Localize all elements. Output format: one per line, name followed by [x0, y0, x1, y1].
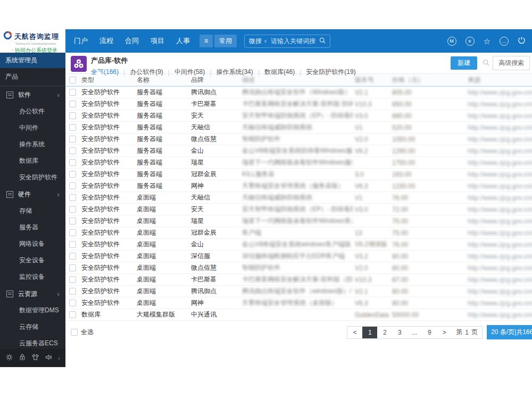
nav-item-2[interactable]: 流程	[99, 36, 113, 46]
row-checkbox[interactable]	[69, 101, 76, 107]
row-checkbox[interactable]	[69, 124, 76, 131]
sidebar-item[interactable]: 监控设备	[0, 269, 65, 285]
tab-2[interactable]: 办公软件(9)	[130, 68, 163, 77]
nav-item-4[interactable]: 项目	[151, 36, 164, 46]
table-row[interactable]: 安全防护软件桌面端天融信天融信终端威胁防御系统V176.00http://www…	[65, 192, 532, 204]
row-checkbox[interactable]	[69, 89, 76, 96]
search-scope-select[interactable]: 微搜 ∨	[249, 37, 267, 46]
table-row[interactable]: 安全防护软件桌面端网神天擎终端安全管理系统（桌面版）V6.380.00http:…	[65, 297, 532, 309]
star-icon[interactable]: ☆	[484, 37, 491, 45]
table-row[interactable]: 安全防护软件服务器端安天安天智甲终端防御系统（EP）- 防病毒版V3.0880.…	[65, 110, 532, 122]
sidebar-item[interactable]: 办公软件	[0, 103, 65, 120]
row-checkbox[interactable]	[69, 147, 76, 154]
sidebar-item[interactable]: 服务器	[0, 219, 65, 236]
header-checkbox[interactable]	[69, 77, 76, 84]
table-search-icon[interactable]	[483, 59, 489, 68]
table-row[interactable]: 数据库大规模集群版中兴通讯GoldenData s...50000.00http…	[65, 309, 532, 321]
current-page-input[interactable]: 1	[465, 329, 469, 336]
message-circle-icon[interactable]: e	[466, 37, 475, 46]
power-icon[interactable]	[518, 36, 526, 46]
next-page-button[interactable]: >	[437, 327, 452, 338]
row-checkbox[interactable]	[69, 229, 76, 236]
row-checkbox[interactable]	[69, 194, 76, 201]
collapse-chevron-icon[interactable]: ‹	[58, 355, 60, 361]
page-button-...[interactable]: ...	[407, 327, 422, 338]
sidebar-group-1[interactable]: 软件∨	[0, 86, 65, 103]
row-checkbox[interactable]	[69, 311, 76, 318]
sidebar-group-3[interactable]: 云资源∨	[0, 285, 65, 302]
sidebar-item-product[interactable]: 产品	[0, 68, 65, 86]
cell-price: 75.00	[390, 218, 466, 225]
settings-icon[interactable]	[5, 353, 13, 363]
row-checkbox[interactable]	[69, 288, 76, 295]
more-circle-icon[interactable]: …	[500, 37, 509, 46]
cell-price: 1230.00	[390, 182, 466, 190]
row-checkbox[interactable]	[69, 300, 76, 306]
tab-changyong[interactable]: 常用	[214, 35, 237, 47]
row-checkbox[interactable]	[69, 241, 76, 248]
row-checkbox[interactable]	[69, 171, 76, 178]
nav-item-3[interactable]: 合同	[125, 36, 139, 46]
table-row[interactable]: 安全防护软件桌面端卡巴斯基卡巴斯基网络安全解决方案-双料版（防病...V10.3…	[65, 274, 532, 286]
search-icon[interactable]	[319, 37, 326, 45]
nav-item-5[interactable]: 人事	[176, 36, 190, 46]
sidebar-item[interactable]: 云存储	[0, 319, 65, 335]
page-size-badge[interactable]: 20 条/页|共166条	[487, 325, 532, 339]
table-row[interactable]: 安全防护软件服务器端腾讯御点腾讯御点终端安全软件（Windows版）V2.180…	[65, 87, 532, 98]
table-row[interactable]: 安全防护软件服务器端微点佰慧智能防护软件V2.01050.00http://ww…	[65, 134, 532, 145]
page-button-3[interactable]: 3	[392, 327, 407, 338]
sidebar-item[interactable]: 中间件	[0, 120, 65, 136]
table-row[interactable]: 安全防护软件桌面端金山金山V8终端安全系统windows客户端版V8.2增强版7…	[65, 239, 532, 251]
search-input[interactable]: 请输入关键词搜	[271, 37, 315, 46]
row-checkbox-cell	[65, 241, 79, 248]
sidebar-item[interactable]: 安全防护软件	[0, 169, 65, 186]
cell-price: 520.00	[390, 124, 466, 131]
table-row[interactable]: 安全防护软件桌面端微点佰慧智能防护软件V2.080.00http://www.z…	[65, 262, 532, 274]
row-checkbox[interactable]	[69, 276, 76, 283]
select-all-checkbox[interactable]	[71, 329, 78, 336]
table-row[interactable]: 安全防护软件服务器端冠群金辰KILL服务器3.0163.00http://www…	[65, 169, 532, 180]
row-checkbox[interactable]	[69, 112, 76, 119]
cell-brand: 卡巴斯基	[189, 99, 240, 109]
sidebar-group-2[interactable]: 硬件∨	[0, 186, 65, 203]
m-circle-icon[interactable]: M	[447, 37, 456, 46]
theme-icon[interactable]	[31, 353, 39, 363]
row-checkbox[interactable]	[69, 264, 76, 271]
nav-item-1[interactable]: 门户	[74, 36, 88, 46]
row-checkbox[interactable]	[69, 182, 76, 189]
table-row[interactable]: 安全防护软件桌面端安天安天智甲终端防御系统（EP）- 防病毒版V3.072.00…	[65, 204, 532, 215]
sidebar-item[interactable]: 安全设备	[0, 252, 65, 269]
table-row[interactable]: 安全防护软件桌面端深信服深信服终端检测响应平台EDR客户端V3.280.00ht…	[65, 251, 532, 262]
row-checkbox[interactable]	[69, 159, 76, 166]
page-button-9[interactable]: 9	[422, 327, 437, 338]
page-button-1[interactable]: 1	[362, 327, 377, 338]
table-row[interactable]: 安全防护软件服务器端金山金山V8终端安全系统防病毒Windows服务器V6.21…	[65, 145, 532, 157]
sidebar-item[interactable]: 存储	[0, 203, 65, 219]
row-checkbox[interactable]	[69, 253, 76, 260]
sidebar-item[interactable]: 数据库	[0, 153, 65, 169]
table-row[interactable]: 安全防护软件服务器端网神天擎终端安全管理系统（服务器版）V6.31230.00h…	[65, 180, 532, 192]
new-button[interactable]: 新建	[451, 56, 477, 70]
lock-icon[interactable]	[19, 353, 26, 363]
page-button-2[interactable]: 2	[377, 327, 392, 338]
apps-menu-icon[interactable]: ≡	[200, 35, 213, 47]
row-checkbox[interactable]	[69, 206, 76, 213]
volume-icon[interactable]	[45, 353, 53, 363]
table-row[interactable]: 安全防护软件服务器端天融信天融信终端威胁防御系统V1520.00http://w…	[65, 122, 532, 134]
tab-3[interactable]: 中间件(58)	[174, 68, 205, 77]
row-checkbox[interactable]	[69, 218, 76, 225]
advanced-search-button[interactable]: 高级搜索	[493, 56, 530, 70]
sidebar-item[interactable]: 操作系统	[0, 136, 65, 153]
row-checkbox[interactable]	[69, 136, 76, 143]
table-row[interactable]: 安全防护软件桌面端冠群金辰客户端1375.00http://www.zjcg.g…	[65, 227, 532, 239]
select-all[interactable]: 全选	[71, 328, 94, 337]
table-row[interactable]: 安全防护软件服务器端卡巴斯基卡巴斯基网络安全解决方案-双料版 防病毒...V10…	[65, 98, 532, 110]
brand-subtitle: Tianhang Info Consulting&Supervision	[15, 42, 60, 45]
sidebar-item[interactable]: 网络设备	[0, 236, 65, 252]
table-row[interactable]: 安全防护软件桌面端瑞星瑞星下一代网络版杀毒软件Windows客户端75.00ht…	[65, 215, 532, 227]
table-row[interactable]: 安全防护软件桌面端腾讯御点腾讯御点终端安全软件（windows版）/ V2.1V…	[65, 286, 532, 297]
tab-1[interactable]: 全部(166)	[91, 68, 119, 77]
prev-page-button[interactable]: <	[347, 327, 362, 338]
table-row[interactable]: 安全防护软件服务器端瑞星瑞星下一代网络版杀毒软件Windows服务器版1750.…	[65, 157, 532, 169]
sidebar-item[interactable]: 数据管理DMS	[0, 302, 65, 319]
